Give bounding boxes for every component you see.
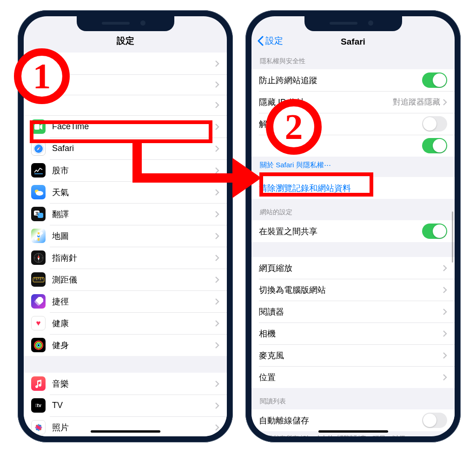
row-photos[interactable]: 照片 bbox=[24, 416, 227, 436]
navbar-title: 設定 bbox=[117, 35, 134, 47]
phone-right-frame: 設定 Safari 隱私權與安全性 防止跨網站追蹤 隱藏 IP 位址 對追蹤器隱… bbox=[245, 10, 461, 442]
measure-icon bbox=[31, 272, 46, 287]
chevron-icon bbox=[443, 99, 447, 105]
annotation-badge-1: 1 bbox=[14, 48, 70, 104]
svg-point-4 bbox=[36, 191, 43, 196]
chevron-icon bbox=[215, 189, 219, 196]
health-icon: ♥ bbox=[31, 316, 46, 330]
annotation-highlight-clear-history bbox=[259, 172, 373, 197]
row-reader[interactable]: 閱讀器 bbox=[251, 301, 455, 322]
row-label: 健身 bbox=[52, 340, 215, 351]
chevron-icon bbox=[215, 145, 219, 152]
row-label: 位置 bbox=[259, 372, 443, 383]
row-label: 健康 bbox=[52, 318, 215, 329]
annotation-badge-2: 2 bbox=[266, 99, 322, 155]
row-label: 防止跨網站追蹤 bbox=[259, 75, 422, 86]
row-translate[interactable]: 文 翻譯 bbox=[24, 203, 227, 225]
group-share: 在裝置之間共享 bbox=[251, 220, 455, 242]
chevron-icon bbox=[215, 424, 219, 431]
toggle-auto-offline[interactable] bbox=[422, 413, 447, 428]
row-page-zoom[interactable]: 網頁縮放 bbox=[251, 257, 455, 279]
maps-icon bbox=[31, 229, 46, 243]
row-label: 捷徑 bbox=[52, 296, 215, 307]
chevron-icon bbox=[215, 167, 219, 174]
toggle-unlock-private[interactable] bbox=[422, 116, 447, 132]
row-auto-offline: 自動離線儲存 bbox=[251, 409, 455, 431]
row-label: 音樂 bbox=[52, 378, 215, 389]
chevron-icon bbox=[443, 374, 447, 381]
toggle-extra-privacy[interactable] bbox=[422, 138, 447, 153]
chevron-icon bbox=[215, 298, 219, 305]
row-microphone[interactable]: 麥克風 bbox=[251, 344, 455, 366]
safari-icon bbox=[31, 141, 46, 156]
row-desktop-site[interactable]: 切換為電腦版網站 bbox=[251, 279, 455, 301]
chevron-icon bbox=[215, 60, 219, 67]
row-tv[interactable]: tv TV bbox=[24, 395, 227, 416]
group-media: 音樂 tv TV 照片 bbox=[24, 373, 227, 436]
row-label: 網頁縮放 bbox=[259, 263, 443, 274]
row-share-devices: 在裝置之間共享 bbox=[251, 220, 455, 242]
chevron-icon bbox=[215, 211, 219, 217]
row-label: TV bbox=[52, 401, 215, 410]
row-label: 翻譯 bbox=[52, 209, 215, 220]
chevron-icon bbox=[215, 342, 219, 349]
row-site-camera[interactable]: 相機 bbox=[251, 322, 455, 344]
compass-icon bbox=[31, 250, 46, 265]
toggle-share-devices[interactable] bbox=[422, 224, 447, 239]
notch bbox=[77, 16, 174, 31]
group-reading: 自動離線儲存 bbox=[251, 409, 455, 431]
chevron-icon bbox=[215, 402, 219, 409]
row-maps[interactable]: 地圖 bbox=[24, 225, 227, 247]
chevron-icon bbox=[215, 102, 219, 108]
about-privacy-link[interactable]: 關於 Safari 與隱私權⋯ bbox=[260, 161, 331, 169]
home-indicator[interactable] bbox=[318, 430, 388, 433]
row-weather[interactable]: 天氣 bbox=[24, 181, 227, 203]
row-label: 天氣 bbox=[52, 187, 215, 198]
back-label: 設定 bbox=[265, 35, 283, 47]
chevron-icon bbox=[215, 81, 219, 88]
chevron-icon bbox=[443, 352, 447, 359]
row-music[interactable]: 音樂 bbox=[24, 373, 227, 395]
row-label: 麥克風 bbox=[259, 350, 443, 361]
phone-right-screen: 設定 Safari 隱私權與安全性 防止跨網站追蹤 隱藏 IP 位址 對追蹤器隱… bbox=[251, 16, 455, 436]
row-label: 測距儀 bbox=[52, 274, 215, 285]
group-apps: FaceTime Safari 股市 bbox=[24, 116, 227, 356]
row-label: 自動離線儲存 bbox=[259, 415, 422, 426]
translate-icon: 文 bbox=[31, 207, 46, 221]
back-button[interactable]: 設定 bbox=[257, 35, 283, 47]
annotation-arrow-head bbox=[232, 158, 261, 198]
row-compass[interactable]: 指南針 bbox=[24, 247, 227, 269]
chevron-icon bbox=[443, 309, 447, 315]
row-label: 在裝置之間共享 bbox=[259, 226, 422, 237]
svg-text:文: 文 bbox=[35, 211, 39, 216]
scrollbar[interactable] bbox=[452, 211, 453, 263]
row-fitness[interactable]: 健身 bbox=[24, 334, 227, 356]
section-header-site: 網站的設定 bbox=[251, 199, 455, 220]
home-indicator[interactable] bbox=[91, 430, 160, 433]
chevron-left-icon bbox=[257, 36, 264, 46]
annotation-highlight-safari-row bbox=[30, 120, 212, 143]
chevron-icon bbox=[443, 330, 447, 337]
row-location[interactable]: 位置 bbox=[251, 366, 455, 388]
row-prevent-tracking: 防止跨網站追蹤 bbox=[251, 69, 455, 91]
tv-icon: tv bbox=[31, 398, 46, 413]
row-label: 切換為電腦版網站 bbox=[259, 284, 443, 296]
row-label: 地圖 bbox=[52, 230, 215, 242]
stocks-icon bbox=[31, 163, 46, 178]
row-measure[interactable]: 測距儀 bbox=[24, 269, 227, 290]
photos-icon bbox=[31, 420, 46, 434]
chevron-icon bbox=[215, 124, 219, 130]
toggle-prevent-tracking[interactable] bbox=[422, 72, 447, 88]
chevron-icon bbox=[215, 276, 219, 283]
row-health[interactable]: ♥ 健康 bbox=[24, 312, 227, 334]
svg-point-24 bbox=[37, 344, 40, 347]
chevron-icon bbox=[443, 265, 447, 271]
row-shortcuts[interactable]: 捷徑 bbox=[24, 290, 227, 312]
weather-icon bbox=[31, 185, 46, 199]
navbar-title: Safari bbox=[341, 37, 365, 47]
settings-content: FaceTime Safari 股市 bbox=[24, 53, 227, 436]
row-label: 相機 bbox=[259, 328, 443, 339]
shortcuts-icon bbox=[31, 294, 46, 309]
row-value: 對追蹤器隱藏 bbox=[393, 97, 440, 107]
row-label: 指南針 bbox=[52, 252, 215, 263]
